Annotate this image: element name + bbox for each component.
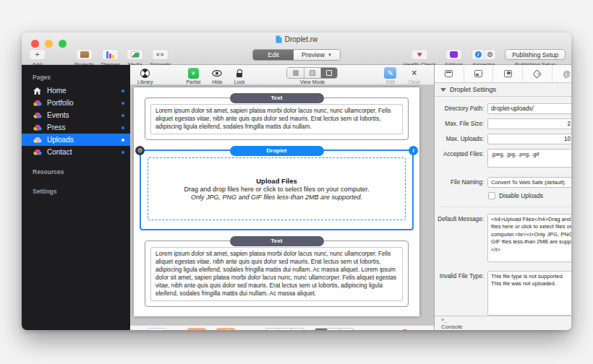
droplet-block[interactable]: Droplet ⚙ i Upload Files Drag and drop f… — [140, 150, 414, 230]
editor-canvas: Text Lorem ipsum dolor sit amet, sapien … — [130, 85, 434, 325]
max-file-size-row: Max. File Size: MB — [435, 118, 571, 129]
text-block-1[interactable]: Text Lorem ipsum dolor sit amet, sapien … — [145, 98, 409, 140]
cloud-item: ☁ Cloud — [148, 328, 166, 330]
text-block-pill[interactable]: Text — [230, 236, 324, 246]
tab-page-sidebar[interactable] — [464, 65, 493, 82]
addons-button[interactable] — [445, 49, 462, 60]
view-mode-item: View Mode — [286, 67, 338, 84]
sidebar-item-events[interactable]: Events — [22, 109, 130, 121]
droplet-dropzone[interactable]: Upload Files Drag and drop files here or… — [148, 157, 406, 220]
format-toolbar: ☁ Cloud Link Unlink B I — [130, 325, 434, 330]
droplet-info-handle[interactable]: i — [409, 146, 418, 155]
disable-uploads-label: Disable Uploads — [499, 192, 543, 199]
lock-label: Lock — [234, 79, 245, 84]
sidebar-item-contact[interactable]: Contact — [22, 146, 130, 158]
projects-icon — [80, 51, 89, 58]
clear-button[interactable]: × — [411, 67, 417, 79]
file-naming-select[interactable]: Convert To Web Safe (default) — [487, 177, 571, 188]
align-right-button[interactable] — [341, 328, 354, 330]
tab-page-layout[interactable] — [492, 65, 522, 82]
snippets-button[interactable]: <> — [152, 49, 168, 60]
edit-mode-button[interactable]: Edit — [253, 50, 294, 60]
link-button[interactable] — [187, 328, 206, 330]
sidebar-item-portfolio[interactable]: Portfolio — [22, 97, 130, 109]
font-button[interactable]: A — [382, 328, 388, 330]
bold-button[interactable]: B — [265, 328, 278, 330]
view-mode-compact-button[interactable] — [287, 68, 304, 78]
lock-button[interactable] — [236, 67, 242, 79]
publishing-setup-button[interactable]: Publishing Setup — [505, 49, 566, 60]
inspector-section-header[interactable]: Droplet Settings — [435, 83, 571, 97]
droplet-block-pill[interactable]: Droplet — [230, 146, 324, 156]
inspector-status-bar: >_ Console Prefs — [435, 316, 571, 330]
library-button[interactable] — [140, 67, 150, 79]
media-button[interactable] — [127, 49, 143, 60]
max-uploads-label: Max. Uploads: — [435, 134, 484, 142]
preview-mode-button[interactable]: Preview ▼ — [294, 50, 340, 60]
sidebar-item-press[interactable]: Press — [22, 121, 130, 134]
align-left-button[interactable] — [315, 328, 328, 330]
cloud-button[interactable]: ☁ — [148, 328, 166, 330]
tab-theme[interactable]: @ — [552, 65, 571, 82]
file-naming-row: File Naming: Convert To Web Safe (defaul… — [435, 177, 571, 188]
invalid-file-type-input[interactable]: This file type is not supported. This fi… — [487, 271, 571, 316]
partial-button[interactable]: * — [188, 67, 199, 79]
max-uploads-input[interactable] — [487, 134, 571, 144]
settings-inspector-button[interactable]: ⚙ — [484, 50, 495, 59]
italic-button[interactable]: I — [278, 328, 291, 330]
themes-icon — [106, 51, 114, 58]
droplet-settings-handle[interactable]: ⚙ — [135, 146, 145, 155]
alignment-group: Alignment — [315, 328, 354, 330]
page-blob-icon — [33, 100, 42, 106]
max-file-size-input[interactable] — [487, 118, 571, 129]
alignment-buttons — [315, 328, 354, 330]
themes-button[interactable] — [102, 49, 119, 60]
add-button[interactable]: + — [29, 49, 46, 60]
directory-path-input[interactable] — [487, 103, 571, 114]
sidebar-item-settings[interactable]: Settings — [22, 183, 130, 199]
sidebar-item-resources[interactable]: Resources — [22, 164, 130, 179]
color-button[interactable] — [401, 328, 409, 330]
edit-button[interactable]: ✎ — [384, 67, 396, 79]
plus-icon: + — [35, 51, 39, 58]
text-block-content[interactable]: Lorem ipsum dolor sit amet, sapien plate… — [150, 104, 403, 134]
sidebar-item-home[interactable]: Home — [22, 84, 130, 97]
underline-button[interactable]: U — [291, 328, 304, 330]
edit-label: Edit — [386, 79, 395, 84]
directory-path-label: Directory Path: — [435, 103, 484, 112]
partial-label: Partial — [186, 79, 200, 84]
partial-item: * Partial — [186, 67, 200, 84]
disable-uploads-checkbox[interactable] — [488, 192, 495, 199]
info-inspector-button[interactable]: i — [472, 50, 484, 59]
tab-meta-tags[interactable] — [522, 65, 552, 82]
projects-button[interactable] — [76, 49, 93, 60]
accepted-files-input[interactable]: .jpeg, .jpg, .png, .gif — [487, 149, 571, 168]
home-icon — [33, 87, 42, 95]
text-block-2[interactable]: Text Lorem ipsum dolor sit amet, sapien … — [145, 240, 409, 307]
view-mode-medium-button[interactable] — [304, 68, 320, 78]
file-naming-label: File Naming: — [435, 177, 484, 186]
align-center-button[interactable] — [328, 328, 341, 330]
default-message-input[interactable]: <h4>Upload Files</h4>Drag and drop files… — [487, 214, 571, 262]
health-check-button[interactable]: ♥ — [411, 49, 428, 60]
page-sidebar-icon — [474, 70, 482, 77]
list-button[interactable] — [421, 328, 430, 330]
edit-item: ✎ Edit — [384, 67, 396, 84]
tab-page-general[interactable] — [435, 65, 464, 82]
font-item: A Font — [380, 328, 390, 330]
unlink-button[interactable] — [216, 328, 235, 330]
text-block-pill[interactable]: Text — [230, 93, 324, 103]
text-block-content[interactable]: Lorem ipsum dolor sit amet, sapien plate… — [150, 247, 403, 301]
lock-icon — [236, 73, 242, 77]
view-mode-full-button[interactable] — [320, 68, 337, 78]
hide-button[interactable] — [212, 67, 222, 79]
console-item[interactable]: >_ Console — [441, 318, 462, 330]
page-status-dot — [121, 126, 124, 129]
clear-icon: × — [411, 69, 417, 77]
view-mode-label: View Mode — [300, 79, 325, 84]
edit-toolbar: Library * Partial Hide Lock — [130, 65, 434, 85]
sidebar-item-uploads[interactable]: Uploads — [22, 134, 130, 146]
max-uploads-row: Max. Uploads: Qty — [435, 134, 571, 144]
directory-path-row: Directory Path: — [435, 103, 571, 114]
preview-dropdown-arrow: ▼ — [328, 53, 332, 57]
